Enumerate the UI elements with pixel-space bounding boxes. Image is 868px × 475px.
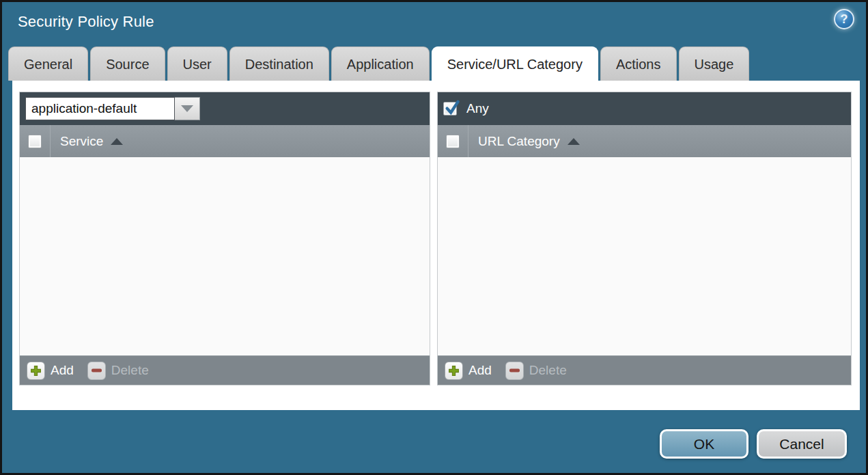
minus-icon xyxy=(505,362,524,380)
url-category-panel: Any URL Category Add xyxy=(437,92,852,385)
plus-icon xyxy=(27,362,45,380)
dialog-title: Security Policy Rule xyxy=(18,13,154,31)
service-select-all-checkbox[interactable] xyxy=(28,135,42,148)
minus-icon xyxy=(87,362,106,380)
tab-application[interactable]: Application xyxy=(331,46,430,81)
tab-bar: General Source User Destination Applicat… xyxy=(8,46,749,83)
service-type-input[interactable]: application-default xyxy=(25,97,175,120)
service-column-header[interactable]: Service xyxy=(20,125,430,157)
url-category-panel-footer: Add Delete xyxy=(438,355,851,385)
chevron-down-icon xyxy=(181,105,193,112)
tab-source[interactable]: Source xyxy=(90,46,165,81)
plus-icon xyxy=(445,362,463,380)
sort-ascending-icon xyxy=(111,138,123,145)
add-button-label: Add xyxy=(468,363,492,378)
url-category-list xyxy=(438,157,851,355)
service-delete-button[interactable]: Delete xyxy=(87,362,149,380)
help-glyph: ? xyxy=(841,12,848,27)
security-policy-rule-dialog: Security Policy Rule ? General Source Us… xyxy=(0,0,868,475)
tab-actions[interactable]: Actions xyxy=(600,46,677,81)
ok-button[interactable]: OK xyxy=(660,429,748,459)
tab-user[interactable]: User xyxy=(167,46,227,81)
service-list xyxy=(20,157,430,355)
url-category-panel-header: Any xyxy=(438,92,851,125)
service-select-all-cell xyxy=(20,125,51,157)
delete-button-label: Delete xyxy=(111,363,149,378)
cancel-button[interactable]: Cancel xyxy=(757,429,847,459)
tab-general[interactable]: General xyxy=(8,46,88,81)
url-category-select-all-cell xyxy=(438,125,468,157)
url-category-column-header[interactable]: URL Category xyxy=(438,125,851,157)
service-column-label: Service xyxy=(60,134,103,149)
help-icon[interactable]: ? xyxy=(834,9,854,29)
delete-button-label: Delete xyxy=(529,363,567,378)
url-category-column-label: URL Category xyxy=(478,134,560,149)
any-checkbox[interactable] xyxy=(443,102,457,116)
any-checkbox-label: Any xyxy=(466,101,489,116)
tab-usage[interactable]: Usage xyxy=(679,46,750,81)
tab-content-panel: application-default Service xyxy=(12,81,860,410)
service-type-combo: application-default xyxy=(25,97,200,120)
any-row: Any xyxy=(443,101,489,116)
tab-destination[interactable]: Destination xyxy=(229,46,329,81)
service-add-button[interactable]: Add xyxy=(27,362,74,380)
url-category-add-button[interactable]: Add xyxy=(445,362,492,380)
service-panel: application-default Service xyxy=(19,92,430,385)
tab-service-url-category[interactable]: Service/URL Category xyxy=(432,46,598,83)
service-type-dropdown-button[interactable] xyxy=(175,97,200,120)
add-button-label: Add xyxy=(51,363,74,378)
service-panel-header: application-default xyxy=(20,92,430,125)
dialog-titlebar: Security Policy Rule ? xyxy=(2,2,866,44)
service-panel-footer: Add Delete xyxy=(20,355,430,385)
sort-ascending-icon xyxy=(568,138,580,145)
url-category-select-all-checkbox[interactable] xyxy=(446,135,460,148)
url-category-delete-button[interactable]: Delete xyxy=(505,362,567,380)
